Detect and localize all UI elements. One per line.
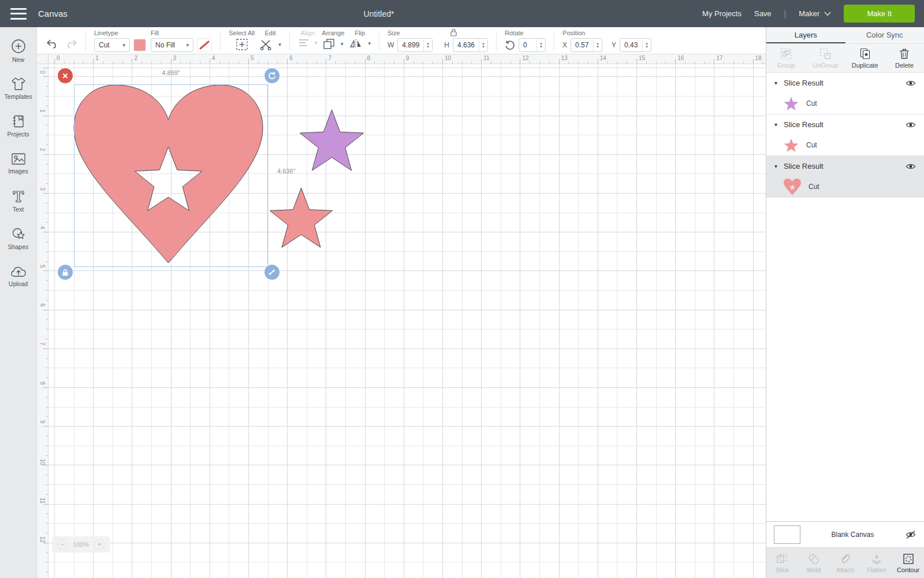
- h-ruler-number: 12: [522, 55, 528, 61]
- collapse-caret-icon[interactable]: ▾: [774, 80, 777, 86]
- coral-star-shape[interactable]: [270, 188, 333, 248]
- arrange-group[interactable]: Arrange ▾: [319, 29, 346, 52]
- canvas-area: 0123456789101112131415161718 01234567891…: [37, 54, 766, 578]
- heart-layer-thumbnail: [784, 179, 801, 195]
- h-ruler-number: 1: [95, 55, 99, 61]
- attach-button[interactable]: Attach: [829, 553, 861, 573]
- image-icon: [11, 153, 26, 165]
- collapse-caret-icon[interactable]: ▾: [774, 163, 777, 169]
- purple-star-shape[interactable]: [300, 110, 364, 171]
- h-ruler-number: 8: [367, 55, 371, 61]
- machine-selector[interactable]: Maker: [799, 9, 831, 18]
- width-input[interactable]: 4.899 ▲▼: [397, 38, 433, 52]
- flip-group[interactable]: Flip ▾: [346, 29, 373, 52]
- width-stepper[interactable]: ▲▼: [423, 39, 432, 51]
- v-ruler-number: 7: [39, 342, 46, 346]
- star-layer-thumbnail: [784, 138, 799, 153]
- paperclip-icon: [839, 553, 851, 565]
- tab-layers[interactable]: Layers: [766, 27, 845, 43]
- position-x-input[interactable]: 0.57 ▲▼: [571, 38, 602, 52]
- duplicate-button[interactable]: Duplicate: [845, 48, 885, 69]
- layer-group-header[interactable]: ▾ Slice Result: [766, 114, 924, 135]
- lock-selection-handle[interactable]: [58, 265, 73, 280]
- design-canvas[interactable]: ✕ 4.899" 4.636" − 100% +: [49, 64, 766, 578]
- rotate-icon[interactable]: [505, 40, 515, 50]
- trash-icon: [899, 48, 910, 60]
- sidebar-item-projects[interactable]: Projects: [0, 107, 36, 144]
- align-group[interactable]: Align ▾: [296, 29, 320, 52]
- upload-cloud-icon: [10, 265, 27, 278]
- position-y-stepper[interactable]: ▲▼: [642, 39, 651, 51]
- visibility-eye-icon[interactable]: [906, 121, 916, 128]
- redo-icon: [67, 39, 79, 49]
- layer-group-header[interactable]: ▾ Slice Result: [766, 156, 924, 176]
- linetype-color-swatch[interactable]: [133, 39, 146, 51]
- slice-icon: [776, 553, 788, 565]
- slice-button[interactable]: Slice: [766, 553, 798, 573]
- collapse-caret-icon[interactable]: ▾: [774, 121, 777, 128]
- tab-color-sync[interactable]: Color Sync: [845, 27, 924, 43]
- shapes-icon: [11, 227, 26, 241]
- position-y-input[interactable]: 0.43 ▲▼: [620, 38, 651, 52]
- visibility-off-eye-icon[interactable]: [905, 530, 916, 539]
- zoom-in-button[interactable]: +: [94, 539, 105, 550]
- layer-row[interactable]: Cut: [766, 176, 924, 197]
- visibility-eye-icon[interactable]: [906, 80, 916, 87]
- resize-handle-icon: [269, 269, 275, 276]
- notebook-icon: [12, 114, 25, 128]
- edit-toolbar: Linetype Cut▾ Fill No Fill▾ Select All: [37, 27, 766, 54]
- delete-selection-handle[interactable]: ✕: [58, 68, 73, 83]
- v-ruler-number: 11: [39, 498, 46, 503]
- v-ruler-number: 12: [39, 536, 46, 543]
- edit-group[interactable]: Edit ▾: [257, 29, 284, 52]
- size-lock-icon[interactable]: [450, 28, 457, 36]
- rotate-stepper[interactable]: ▲▼: [536, 39, 545, 51]
- h-ruler-number: 15: [639, 55, 645, 61]
- ungroup-button[interactable]: UnGroup: [806, 48, 845, 69]
- my-projects-link[interactable]: My Projects: [702, 9, 742, 18]
- menu-hamburger-icon[interactable]: [10, 8, 27, 20]
- undo-button[interactable]: [44, 38, 58, 50]
- rotate-input[interactable]: 0 ▲▼: [519, 38, 546, 52]
- height-stepper[interactable]: ▲▼: [479, 39, 487, 51]
- height-input[interactable]: 4.636 ▲▼: [453, 38, 488, 52]
- delete-button[interactable]: Delete: [885, 48, 924, 69]
- save-link[interactable]: Save: [754, 9, 772, 18]
- sidebar-item-images[interactable]: Images: [0, 144, 36, 182]
- sidebar-item-new[interactable]: New: [0, 32, 36, 69]
- flatten-button[interactable]: Flatten: [861, 553, 893, 573]
- weld-button[interactable]: Weld: [798, 553, 830, 573]
- h-ruler-number: 11: [483, 55, 489, 61]
- layer-row[interactable]: Cut: [766, 135, 924, 155]
- make-it-button[interactable]: Make It: [844, 5, 915, 23]
- v-ruler-number: 1: [39, 109, 46, 113]
- zoom-out-button[interactable]: −: [57, 539, 68, 550]
- layer-group-header[interactable]: ▾ Slice Result: [766, 73, 924, 93]
- select-all-icon: [236, 38, 248, 51]
- rotate-selection-handle[interactable]: [264, 68, 280, 83]
- linetype-select[interactable]: Cut▾: [94, 38, 130, 52]
- position-x-stepper[interactable]: ▲▼: [593, 39, 602, 51]
- sidebar-item-shapes[interactable]: Shapes: [0, 220, 36, 257]
- align-icon: [298, 38, 310, 47]
- group-button[interactable]: Group: [766, 48, 806, 69]
- sidebar-item-templates[interactable]: Templates: [0, 69, 36, 107]
- redo-button[interactable]: [66, 38, 80, 50]
- blank-canvas-row[interactable]: Blank Canvas: [766, 521, 924, 547]
- selection-bounding-box[interactable]: ✕: [74, 84, 268, 267]
- flatten-icon: [871, 553, 882, 565]
- document-title: Untitled*: [364, 9, 394, 18]
- contour-button[interactable]: Contour: [892, 553, 924, 573]
- group-icon: [780, 48, 792, 60]
- layer-row[interactable]: Cut: [766, 93, 924, 114]
- resize-selection-handle[interactable]: [264, 265, 280, 280]
- visibility-eye-icon[interactable]: [906, 163, 916, 170]
- selection-width-label: 4.899": [162, 69, 180, 76]
- sidebar-item-text[interactable]: Text: [0, 182, 36, 220]
- sidebar-item-upload[interactable]: Upload: [0, 257, 36, 295]
- fill-pen-icon[interactable]: [197, 38, 212, 52]
- fill-select[interactable]: No Fill▾: [151, 38, 193, 52]
- v-ruler-number: 8: [39, 381, 46, 385]
- layers-empty-space: [766, 198, 924, 521]
- select-all-group[interactable]: Select All: [226, 29, 257, 52]
